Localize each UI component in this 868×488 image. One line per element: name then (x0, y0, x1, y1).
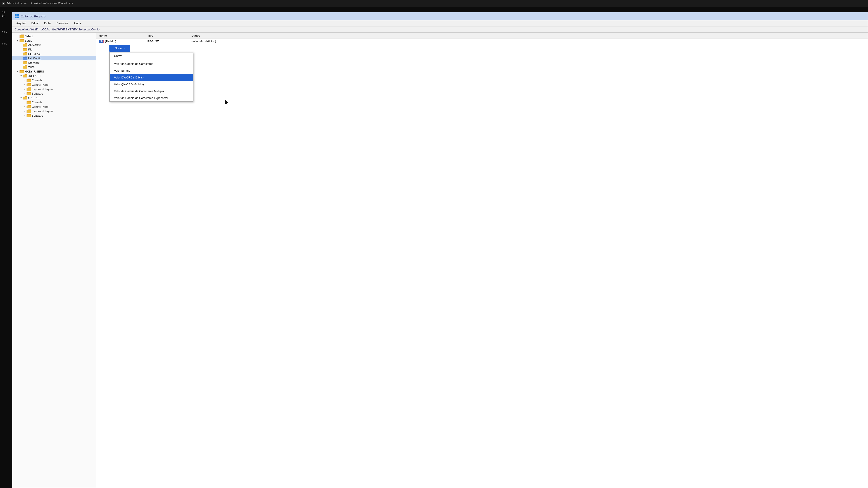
label-s1518: S-1-5-18 (28, 96, 39, 100)
svg-rect-0 (15, 14, 17, 16)
tree-item-console-default[interactable]: › Console (12, 78, 96, 83)
folder-icon-console-s1518 (27, 100, 31, 104)
folder-icon-wpa (23, 65, 27, 69)
ctx-item-chave[interactable]: Chave (110, 53, 193, 59)
tree-item-labconfig[interactable]: LabConfig (12, 56, 96, 60)
ctx-item-multipla[interactable]: Valor de Cadeia de Caracteres Múltipla (110, 88, 193, 95)
tree-item-setupcl[interactable]: SETUPCL (12, 52, 96, 56)
ctx-item-cadeia[interactable]: Valor da Cadeia de Caracteres (110, 60, 193, 67)
registry-window: Editor do Registro Arquivo Editar Exibir… (12, 12, 868, 488)
address-text: Computador\HKEY_LOCAL_MACHINE\SYSTEM\Set… (14, 28, 99, 31)
folder-icon-setupcl (23, 52, 27, 56)
ctx-item-binario[interactable]: Valor Binário (110, 67, 193, 74)
label-controlpanel-default: Control Panel (32, 83, 49, 87)
chevron-console-s1518: › (23, 101, 27, 104)
folder-icon-console-default (27, 78, 31, 82)
menu-editar[interactable]: Editar (29, 21, 41, 25)
chevron-hkeyusers: ▼ (16, 70, 20, 73)
svg-rect-2 (15, 17, 17, 18)
novo-area: Novo › Chave Valor da Cadeia de Caracter… (110, 45, 193, 102)
svg-rect-3 (17, 17, 19, 18)
chevron-software-default: › (23, 92, 27, 95)
novo-arrow-icon: › (124, 47, 125, 50)
val-tipo-padrao: REG_SZ (147, 40, 191, 43)
tree-item-console-s1518[interactable]: › Console (12, 100, 96, 104)
main-content: Select ▼ Setup › AllowStart (12, 33, 868, 488)
chevron-keyboardlayout-s1518: › (23, 110, 27, 112)
ctx-item-dword[interactable]: Valor DWORD (32 bits) (110, 74, 193, 81)
cmd-icon: ■ (2, 2, 5, 5)
tree-item-default[interactable]: ▼ .DEFAULT (12, 74, 96, 78)
folder-icon-default (23, 74, 27, 77)
folder-icon-labconfig (23, 57, 27, 60)
label-controlpanel-s1518: Control Panel (32, 105, 49, 108)
folder-icon-keyboardlayout-default (27, 87, 31, 91)
folder-icon-controlpanel-s1518 (27, 105, 31, 108)
tree-item-software-default[interactable]: › Software (12, 91, 96, 96)
menu-ajuda[interactable]: Ajuda (71, 21, 83, 25)
chevron-controlpanel-default: › (23, 84, 27, 86)
label-keyboardlayout-default: Keyboard Layout (32, 88, 53, 91)
novo-button[interactable]: Novo › (110, 45, 130, 52)
tree-item-software-setup[interactable]: › Software (12, 60, 96, 65)
ab-badge: ab (99, 40, 104, 43)
chevron-software-setup: › (20, 62, 23, 64)
label-labconfig: LabConfig (28, 57, 41, 60)
registry-title: Editor do Registro (21, 14, 45, 18)
menu-bar: Arquivo Editar Exibir Favoritos Ajuda (12, 20, 868, 27)
label-keyboardlayout-s1518: Keyboard Layout (32, 109, 53, 113)
watermark: tecnoblog (826, 473, 863, 483)
ctx-item-qword[interactable]: Valor QWORD (64 bits) (110, 81, 193, 88)
cmd-titlebar: ■ Administrador: X:\windows\system32\cmd… (0, 0, 868, 7)
label-console-default: Console (32, 79, 42, 82)
tree-item-controlpanel-s1518[interactable]: › Control Panel (12, 104, 96, 109)
folder-icon-controlpanel-default (27, 83, 31, 87)
col-header-tipo: Tipo (147, 34, 191, 37)
val-dados-padrao: (valor não definido) (191, 40, 865, 43)
tree-item-keyboardlayout-s1518[interactable]: › Keyboard Layout (12, 109, 96, 113)
menu-arquivo[interactable]: Arquivo (14, 21, 28, 25)
folder-icon-allowstart (23, 43, 27, 47)
col-header-dados: Dados (191, 34, 865, 37)
label-default: .DEFAULT (28, 74, 42, 77)
chevron-software-s1518: › (23, 115, 27, 117)
address-bar: Computador\HKEY_LOCAL_MACHINE\SYSTEM\Set… (12, 27, 868, 33)
ctx-item-expansivel[interactable]: Valor de Cadeia de Caracteres Expansível (110, 95, 193, 101)
folder-icon-software-setup (23, 61, 27, 64)
ctx-divider (110, 60, 193, 60)
label-wpa: WPA (28, 65, 35, 69)
tree-item-pid[interactable]: Pid (12, 47, 96, 52)
tree-item-keyboardlayout-default[interactable]: › Keyboard Layout (12, 87, 96, 91)
cmd-title: Administrador: X:\windows\system32\cmd.e… (7, 2, 73, 5)
mouse-cursor (224, 99, 229, 106)
ctx-label-chave: Chave (114, 54, 122, 58)
menu-exibir[interactable]: Exibir (42, 21, 54, 25)
chevron-controlpanel-s1518: › (23, 105, 27, 108)
tree-item-s1518[interactable]: ▼ S-1-5-18 (12, 96, 96, 100)
tree-item-setup[interactable]: ▼ Setup (12, 38, 96, 43)
ctx-label-dword: Valor DWORD (32 bits) (114, 76, 144, 79)
chevron-setup: ▼ (16, 39, 20, 42)
tree-item-software-s1518[interactable]: › Software (12, 113, 96, 118)
tree-panel[interactable]: Select ▼ Setup › AllowStart (12, 33, 96, 488)
chevron-s1518: ▼ (20, 97, 23, 99)
ctx-label-multipla: Valor de Cadeia de Caracteres Múltipla (114, 90, 164, 93)
svg-rect-1 (17, 14, 19, 16)
chevron-allowstart: › (20, 44, 23, 46)
label-select: Select (25, 35, 33, 38)
menu-favoritos[interactable]: Favoritos (55, 21, 70, 25)
label-console-s1518: Console (32, 101, 42, 104)
label-setup: Setup (25, 39, 32, 42)
tree-item-select[interactable]: Select (12, 34, 96, 38)
folder-icon-software-s1518 (27, 114, 31, 117)
right-panel: Nome Tipo Dados ab (Padrão) REG_SZ (valo… (96, 33, 868, 488)
label-software-default: Software (32, 92, 43, 95)
folder-icon-pid (23, 47, 27, 51)
tree-item-allowstart[interactable]: › AllowStart (12, 43, 96, 47)
tree-item-wpa[interactable]: WPA (12, 65, 96, 69)
tree-item-hkeyusers[interactable]: ▼ HKEY_USERS (12, 69, 96, 74)
table-row-padrao[interactable]: ab (Padrão) REG_SZ (valor não definido) (96, 39, 868, 44)
tree-item-controlpanel-default[interactable]: › Control Panel (12, 83, 96, 87)
ctx-label-binario: Valor Binário (114, 69, 130, 72)
label-software-s1518: Software (32, 114, 43, 117)
